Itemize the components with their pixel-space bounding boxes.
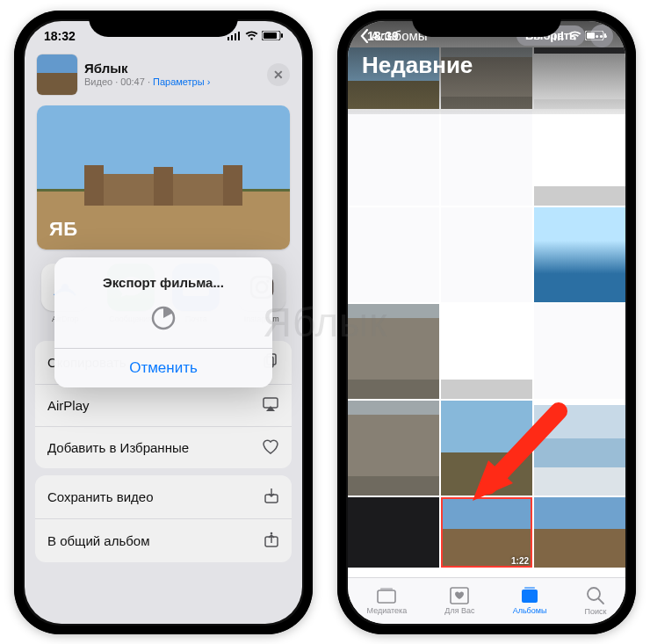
tab-label: Альбомы xyxy=(513,606,547,615)
svg-rect-29 xyxy=(604,33,606,38)
photo-thumb[interactable] xyxy=(441,401,532,496)
photo-thumb[interactable] xyxy=(348,401,439,496)
status-time: 18:39 xyxy=(367,29,399,43)
svg-rect-31 xyxy=(380,588,393,590)
photo-thumb[interactable] xyxy=(441,304,532,399)
svg-rect-23 xyxy=(551,37,552,40)
export-modal-backdrop: Экспорт фильма... Отменить xyxy=(25,21,302,624)
tab-label: Для Вас xyxy=(444,606,474,615)
svg-rect-26 xyxy=(561,32,563,40)
svg-rect-28 xyxy=(587,33,595,39)
wifi-icon xyxy=(568,31,581,40)
tab-label: Поиск xyxy=(585,607,607,616)
photo-thumb[interactable] xyxy=(348,111,439,206)
video-thumb-highlighted[interactable]: 1:22 xyxy=(441,497,532,568)
notch xyxy=(412,12,561,37)
tab-albums[interactable]: Альбомы xyxy=(513,587,547,615)
modal-message: Экспорт фильма... xyxy=(54,257,272,295)
photo-thumb[interactable] xyxy=(534,304,625,399)
export-modal: Экспорт фильма... Отменить xyxy=(54,257,272,387)
photo-thumb[interactable] xyxy=(534,401,625,496)
photo-thumb[interactable] xyxy=(534,207,625,302)
svg-rect-24 xyxy=(554,35,556,40)
svg-rect-33 xyxy=(522,590,538,603)
photo-thumb[interactable] xyxy=(348,207,439,302)
phone-right-photos-app: 18:39 Альбомы Выбрать ••• Недавние xyxy=(337,11,636,634)
status-icons xyxy=(551,31,606,40)
albums-icon xyxy=(519,587,540,604)
modal-cancel-button[interactable]: Отменить xyxy=(54,349,272,387)
library-icon xyxy=(376,587,397,604)
photo-thumb[interactable] xyxy=(534,497,625,568)
photo-grid: 1:22 xyxy=(348,47,625,568)
photo-thumb[interactable] xyxy=(441,111,532,206)
search-icon xyxy=(586,586,605,605)
screen-left: 18:32 Яблык Видео · 00:47 · Параметры › … xyxy=(25,21,302,624)
album-title: Недавние xyxy=(348,50,625,86)
photo-thumb[interactable] xyxy=(441,207,532,302)
photo-grid-viewport[interactable]: 1:22 xyxy=(348,47,625,578)
tab-library[interactable]: Медиатека xyxy=(367,587,408,615)
photo-thumb[interactable] xyxy=(348,304,439,399)
video-duration-badge: 1:22 xyxy=(511,556,529,566)
tab-foryou[interactable]: Для Вас xyxy=(444,587,474,615)
svg-rect-25 xyxy=(558,33,560,40)
photo-thumb[interactable] xyxy=(534,111,625,206)
photo-thumb[interactable] xyxy=(348,497,439,568)
screen-right: 18:39 Альбомы Выбрать ••• Недавние xyxy=(348,21,625,624)
tab-bar: Медиатека Для Вас Альбомы Поиск xyxy=(348,577,625,624)
svg-rect-34 xyxy=(524,587,535,589)
tab-label: Медиатека xyxy=(367,606,408,615)
progress-spinner-icon xyxy=(149,304,177,332)
foryou-icon xyxy=(450,587,469,604)
svg-rect-30 xyxy=(378,590,395,603)
tab-search[interactable]: Поиск xyxy=(585,586,607,616)
battery-icon xyxy=(585,31,606,40)
phone-left-share-sheet: 18:32 Яблык Видео · 00:47 · Параметры › … xyxy=(14,11,313,634)
notch xyxy=(89,12,238,37)
